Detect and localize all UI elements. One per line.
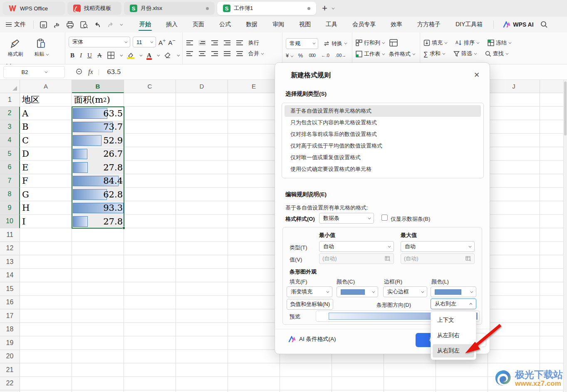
show-bar-only-checkbox[interactable] — [381, 214, 388, 221]
convert-button[interactable]: 转换 — [323, 40, 346, 47]
column-header-E[interactable]: E — [228, 80, 280, 93]
font-name-select[interactable]: 宋体 — [69, 37, 130, 47]
paste-button[interactable]: 粘贴 — [29, 35, 53, 61]
wrap-text-button[interactable]: 换行 — [248, 39, 259, 47]
cell-A9[interactable]: H — [20, 201, 72, 215]
number-format-select[interactable]: 常规 — [286, 38, 318, 49]
cell-A1[interactable]: 地区 — [20, 93, 72, 107]
align-middle-icon[interactable] — [198, 40, 206, 46]
row-header-2[interactable]: 2 — [0, 107, 20, 121]
border-type-select[interactable]: 实心边框 — [383, 286, 427, 297]
borders-chevron-icon[interactable] — [120, 53, 123, 56]
thousands-button[interactable]: 000 — [309, 53, 315, 58]
cell-B7[interactable]: 84.4 — [72, 175, 124, 188]
export-icon[interactable] — [53, 21, 60, 29]
merge-cells-button[interactable]: 合并 — [248, 50, 263, 57]
cell-B8[interactable]: 62.8 — [72, 188, 124, 201]
rule-type-item[interactable]: 基于各自值设置所有单元格的格式 — [285, 105, 481, 117]
justify-icon[interactable] — [223, 51, 231, 57]
row-header-1[interactable]: 1 — [0, 93, 20, 107]
increase-decimal-button[interactable]: ←.0 — [321, 53, 329, 58]
borders-icon[interactable] — [107, 52, 114, 59]
tab-list-chevron-icon[interactable] — [332, 6, 334, 9]
column-header-D[interactable]: D — [176, 80, 228, 93]
cell-B3[interactable]: 73.7 — [72, 121, 124, 134]
cell-A7[interactable]: F — [20, 174, 72, 188]
border-color-select[interactable] — [431, 286, 476, 297]
column-header-J[interactable]: J — [488, 80, 540, 93]
cell-B1[interactable]: 面积(m2) — [72, 93, 124, 107]
cell-B5[interactable]: 26.7 — [72, 148, 124, 161]
menu-tab-页面[interactable]: 页面 — [185, 17, 212, 32]
font-color-chevron-icon[interactable] — [157, 53, 160, 56]
tab-wps-office[interactable]: WPS Office — [2, 2, 65, 15]
filter-button[interactable]: 筛选 — [453, 50, 476, 57]
column-header-C[interactable]: C — [124, 80, 176, 93]
distribute-icon[interactable] — [236, 51, 243, 57]
increase-font-button[interactable]: A+ — [158, 38, 166, 46]
rule-type-item[interactable]: 仅对排名靠前或靠后的数值设置格式 — [285, 128, 481, 140]
formula-value[interactable]: 63.5 — [107, 68, 121, 76]
value-max-input[interactable]: (自动) — [401, 253, 475, 264]
row-header-9[interactable]: 9 — [0, 201, 20, 215]
menu-tab-开始[interactable]: 开始 — [132, 17, 158, 32]
tab-yuefen-xlsx[interactable]: S 月份.xlsx — [124, 2, 215, 15]
rows-cols-button[interactable]: 行和列 — [356, 39, 384, 47]
row-header-5[interactable]: 5 — [0, 147, 20, 161]
row-header-12[interactable]: 12 — [0, 242, 20, 256]
fill-type-select[interactable]: 渐变填充 — [287, 286, 332, 297]
menu-tab-方方格子[interactable]: 方方格子 — [410, 17, 448, 32]
align-top-icon[interactable] — [186, 40, 193, 46]
align-bottom-icon[interactable] — [211, 40, 218, 46]
menu-tab-视图[interactable]: 视图 — [292, 17, 318, 32]
conditional-format-button[interactable]: 条件格式 — [389, 50, 414, 58]
align-left-icon[interactable] — [186, 51, 193, 57]
cell-B2[interactable]: 63.5 — [72, 107, 124, 120]
cell-A8[interactable]: G — [20, 188, 72, 202]
cell-A5[interactable]: D — [20, 147, 72, 161]
align-right-icon[interactable] — [211, 51, 218, 57]
font-size-select[interactable]: 11 — [133, 37, 156, 47]
freeze-button[interactable]: 冻结 — [488, 39, 510, 47]
select-all-corner[interactable] — [0, 80, 20, 93]
undo-icon[interactable] — [94, 21, 101, 28]
cell-style-icon[interactable] — [389, 39, 398, 47]
eraser-chevron-icon[interactable] — [177, 53, 180, 56]
row-header-22[interactable]: 22 — [0, 377, 20, 391]
row-header-14[interactable]: 14 — [0, 269, 20, 283]
menu-tab-插入[interactable]: 插入 — [158, 17, 185, 32]
row-header-13[interactable]: 13 — [0, 255, 20, 269]
menu-tab-数据[interactable]: 数据 — [238, 17, 265, 32]
rule-type-item[interactable]: 仅对唯一值或重复值设置格式 — [285, 152, 481, 163]
decrease-font-button[interactable]: A− — [168, 38, 175, 46]
row-header-4[interactable]: 4 — [0, 134, 20, 148]
fill-color-button[interactable] — [127, 52, 134, 58]
cell-B9[interactable]: 93.3 — [72, 202, 124, 215]
row-header-19[interactable]: 19 — [0, 336, 20, 350]
row-header-7[interactable]: 7 — [0, 174, 20, 188]
negative-axis-button[interactable]: 负值和坐标轴(N) — [287, 299, 333, 310]
cell-name-box[interactable]: B2 — [3, 66, 65, 78]
format-painter-button[interactable]: 格式刷 — [3, 35, 27, 61]
range-picker-icon[interactable] — [465, 256, 471, 261]
bar-direction-select[interactable]: 从右到左 — [431, 298, 476, 309]
fill-color-select[interactable] — [337, 286, 378, 297]
row-header-11[interactable]: 11 — [0, 228, 20, 242]
row-header-15[interactable]: 15 — [0, 282, 20, 296]
align-center-icon[interactable] — [198, 51, 206, 57]
row-header-17[interactable]: 17 — [0, 309, 20, 323]
decrease-indent-icon[interactable] — [223, 40, 231, 46]
redo-icon[interactable] — [107, 21, 114, 28]
decrease-decimal-button[interactable]: .00→ — [335, 53, 346, 58]
format-style-select[interactable]: 数据条 — [319, 213, 374, 224]
cell-B4[interactable]: 52.9 — [72, 134, 124, 147]
rule-type-item[interactable]: 只为包含以下内容的单元格设置格式 — [285, 117, 481, 128]
column-header-A[interactable]: A — [20, 80, 72, 93]
file-menu-button[interactable]: 文件 — [0, 21, 30, 28]
quick-access-chevron-icon[interactable] — [120, 22, 123, 25]
row-header-18[interactable]: 18 — [0, 323, 20, 337]
cell-B6[interactable]: 27.8 — [72, 161, 124, 174]
worksheet-button[interactable]: 工作表 — [356, 50, 384, 58]
sum-button[interactable]: ∑ 求和 — [423, 50, 444, 57]
cell-A10[interactable]: I — [20, 215, 72, 229]
